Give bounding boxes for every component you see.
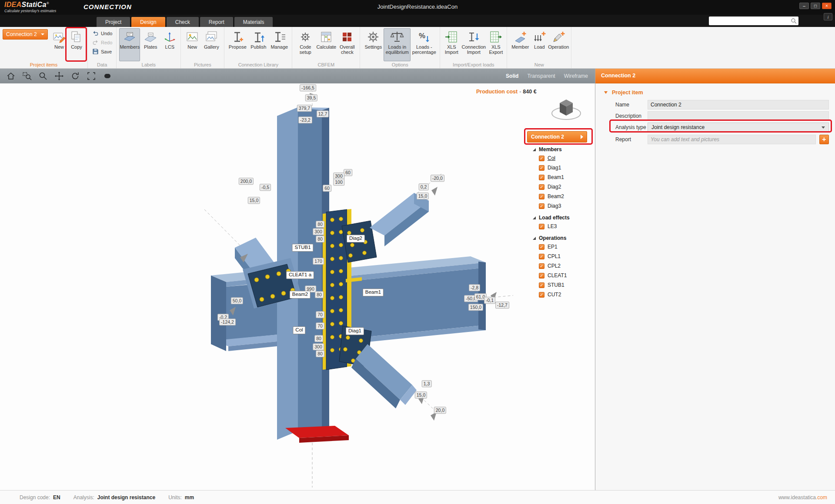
checkbox-icon[interactable]: ✓ xyxy=(539,263,544,269)
tree-item-label: CPL1 xyxy=(548,253,561,259)
library-publish-button[interactable]: Publish xyxy=(248,28,269,61)
connection-import-button[interactable]: Connection Import xyxy=(460,28,487,61)
checkbox-icon[interactable]: ✓ xyxy=(539,203,544,209)
view-mode-solid[interactable]: Solid xyxy=(506,73,518,79)
info-button[interactable]: i xyxy=(824,13,832,20)
picture-gallery-button[interactable]: Gallery xyxy=(201,28,222,61)
xls-import-button[interactable]: XLS Import xyxy=(443,28,460,61)
viewport-3d[interactable]: -166,539,5379,712,7-23,2200,0-0,515,0603… xyxy=(0,83,595,490)
connection-selector[interactable]: Connection 2 xyxy=(3,29,48,40)
library-propose-button[interactable]: Propose xyxy=(227,28,248,61)
checkbox-icon[interactable]: ✓ xyxy=(539,282,544,288)
tab-materials[interactable]: Materials xyxy=(234,17,273,27)
report-field[interactable] xyxy=(648,135,816,144)
checkbox-icon[interactable]: ✓ xyxy=(539,156,544,161)
maximize-button[interactable]: □ xyxy=(811,3,820,9)
tree-item-ep1[interactable]: ✓EP1 xyxy=(527,242,592,252)
tree-section-label: Load effects xyxy=(539,215,570,221)
settings-button[interactable]: Settings xyxy=(363,28,384,61)
tree-section-members[interactable]: Members xyxy=(527,146,592,153)
overall-check-button[interactable]: Overall check xyxy=(337,28,357,61)
tree-item-diag2[interactable]: ✓Diag2 xyxy=(527,182,592,192)
checkbox-icon[interactable]: ✓ xyxy=(539,254,544,259)
rotate-button[interactable] xyxy=(70,71,80,81)
redo-button[interactable]: Redo xyxy=(90,38,114,46)
tree-item-label: Beam1 xyxy=(548,174,564,180)
search-input[interactable] xyxy=(712,18,791,24)
labels-lcs-button[interactable]: LCS xyxy=(161,28,178,61)
pan-button[interactable] xyxy=(54,71,64,81)
labels-plates-button[interactable]: Plates xyxy=(140,28,161,61)
tree-item-cleat1[interactable]: ✓CLEAT1 xyxy=(527,271,592,280)
navigation-cube[interactable] xyxy=(551,95,582,126)
close-button[interactable]: × xyxy=(822,3,832,9)
tree-section-load-effects[interactable]: Load effects xyxy=(527,214,592,222)
loads-percentage-button[interactable]: % Loads - percentage xyxy=(411,28,438,61)
library-manage-button[interactable]: Manage xyxy=(269,28,290,61)
zoom-window-button[interactable] xyxy=(22,71,32,81)
checkbox-icon[interactable]: ✓ xyxy=(539,165,544,171)
checkbox-icon[interactable]: ✓ xyxy=(539,175,544,180)
zoom-window-icon xyxy=(22,71,32,81)
rotate-icon xyxy=(70,71,80,81)
model-tree-sections: Members✓Col✓Diag1✓Beam1✓Diag2✓Beam2✓Diag… xyxy=(527,146,592,299)
tree-item-col[interactable]: ✓Col xyxy=(527,153,592,163)
undo-button[interactable]: Undo xyxy=(90,29,114,37)
tree-item-cpl1[interactable]: ✓CPL1 xyxy=(527,252,592,261)
copy-project-item-button[interactable]: Copy xyxy=(68,28,85,61)
expander-icon[interactable] xyxy=(533,216,536,219)
expander-icon[interactable] xyxy=(533,148,536,151)
minimize-button[interactable]: – xyxy=(799,3,809,9)
tree-item-beam1[interactable]: ✓Beam1 xyxy=(527,172,592,182)
tab-check[interactable]: Check xyxy=(167,17,199,27)
checkbox-icon[interactable]: ✓ xyxy=(539,273,544,279)
checkbox-icon[interactable]: ✓ xyxy=(539,292,544,298)
tree-item-cut2[interactable]: ✓CUT2 xyxy=(527,290,592,299)
labels-members-button[interactable]: Members xyxy=(119,28,140,61)
view-mode-transparent[interactable]: Transparent xyxy=(527,73,555,79)
new-load-button[interactable]: Load xyxy=(531,28,548,61)
search-box[interactable] xyxy=(709,17,798,25)
website-link[interactable]: www.ideastatica.com xyxy=(778,494,827,501)
new-operation-button[interactable]: Operation xyxy=(548,28,569,61)
new-member-button[interactable]: Member xyxy=(510,28,531,61)
base-plate[interactable] xyxy=(285,426,349,443)
name-field[interactable] xyxy=(648,100,829,109)
expander-icon[interactable] xyxy=(533,237,536,240)
zoom-fit-button[interactable] xyxy=(86,71,97,81)
connection-3d-model[interactable] xyxy=(0,83,595,490)
picture-new-button[interactable]: New xyxy=(184,28,201,61)
home-view-button[interactable] xyxy=(6,71,16,81)
tab-design[interactable]: Design xyxy=(131,17,165,27)
new-project-item-button[interactable]: New xyxy=(50,28,68,61)
tree-item-le3[interactable]: ✓LE3 xyxy=(527,222,592,231)
add-report-button[interactable]: + xyxy=(819,135,829,144)
tree-item-diag3[interactable]: ✓Diag3 xyxy=(527,201,592,211)
section-project-item[interactable]: Project item xyxy=(595,88,643,97)
calculate-button[interactable]: Calculate xyxy=(316,28,337,61)
member-diag2[interactable] xyxy=(342,193,429,262)
tree-item-stub1[interactable]: ✓STUB1 xyxy=(527,280,592,290)
tab-report[interactable]: Report xyxy=(200,17,233,27)
xls-export-icon xyxy=(489,30,503,44)
code-setup-button[interactable]: Code setup xyxy=(295,28,316,61)
tree-item-beam2[interactable]: ✓Beam2 xyxy=(527,192,592,201)
save-button[interactable]: Save xyxy=(90,47,114,56)
loads-in-equilibrium-button[interactable]: Loads in equilibrium xyxy=(384,28,411,61)
analysis-type-dropdown[interactable]: Joint design resistance xyxy=(648,123,829,132)
checkbox-icon[interactable]: ✓ xyxy=(539,184,544,190)
view-mode-wireframe[interactable]: Wireframe xyxy=(564,73,588,79)
xls-export-button[interactable]: XLS Export xyxy=(487,28,504,61)
description-field[interactable] xyxy=(648,111,829,121)
zoom-button[interactable] xyxy=(38,71,48,81)
connection-selector-value: Connection 2 xyxy=(6,31,37,37)
tree-item-diag1[interactable]: ✓Diag1 xyxy=(527,163,592,172)
checkbox-icon[interactable]: ✓ xyxy=(539,194,544,199)
render-mode-button[interactable] xyxy=(102,71,113,81)
checkbox-icon[interactable]: ✓ xyxy=(539,224,544,229)
tree-root-connection[interactable]: Connection 2 xyxy=(527,131,587,143)
checkbox-icon[interactable]: ✓ xyxy=(539,244,544,250)
tree-section-operations[interactable]: Operations xyxy=(527,234,592,242)
tab-project[interactable]: Project xyxy=(97,17,130,27)
tree-item-cpl2[interactable]: ✓CPL2 xyxy=(527,261,592,271)
